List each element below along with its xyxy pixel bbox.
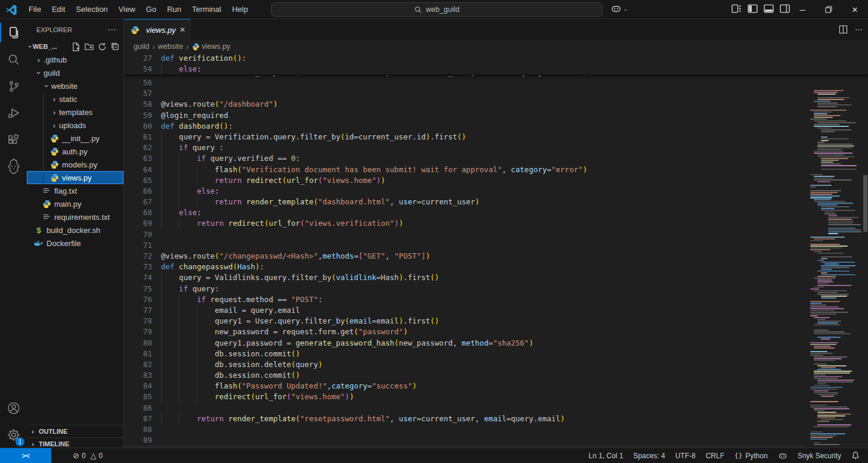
line-number[interactable]: 84 bbox=[124, 381, 152, 391]
line-number[interactable]: 60 bbox=[124, 121, 152, 132]
tree-item-main.py[interactable]: main.py bbox=[27, 197, 123, 210]
status-copilot-status[interactable] bbox=[778, 451, 788, 461]
line-number[interactable]: 89 bbox=[124, 435, 152, 446]
line-number[interactable]: 73 bbox=[124, 262, 152, 272]
menu-item-go[interactable]: Go bbox=[141, 3, 162, 16]
code-line-78[interactable]: 78 query1 = User.query.filter_by(email=e… bbox=[124, 316, 804, 327]
code-line-55[interactable]: 55 return render_template("verification.… bbox=[124, 75, 868, 78]
tab-close-icon[interactable]: ✕ bbox=[179, 26, 185, 34]
tree-item-flag.txt[interactable]: flag.txt bbox=[27, 184, 123, 197]
line-number[interactable]: 74 bbox=[124, 272, 152, 283]
line-number[interactable]: 79 bbox=[124, 327, 152, 337]
code-line-54[interactable]: 54 else: bbox=[124, 64, 868, 74]
new-file-icon[interactable] bbox=[72, 42, 80, 51]
new-folder-icon[interactable] bbox=[85, 42, 94, 51]
tree-item-requirements.txt[interactable]: requirements.txt bbox=[27, 210, 123, 223]
line-number[interactable]: 72 bbox=[124, 251, 152, 262]
tree-item-Dockerfile[interactable]: Dockerfile bbox=[27, 237, 123, 250]
code-line-84[interactable]: 84 flash("Password Updated!",category="s… bbox=[124, 381, 804, 391]
menu-item-run[interactable]: Run bbox=[162, 3, 187, 16]
minimap[interactable] bbox=[809, 87, 861, 448]
line-number[interactable]: 62 bbox=[124, 142, 152, 153]
tree-item-templates[interactable]: ›templates bbox=[27, 105, 123, 119]
code-line-87[interactable]: 87 return render_template("resetpassword… bbox=[124, 414, 804, 424]
line-number[interactable]: 75 bbox=[124, 284, 152, 294]
line-number[interactable]: 27 bbox=[124, 53, 152, 64]
line-number[interactable]: 68 bbox=[124, 207, 152, 218]
breadcrumb-item-guild[interactable]: guild bbox=[134, 42, 149, 51]
close-window-button[interactable]: ✕ bbox=[842, 0, 868, 19]
accounts-icon[interactable] bbox=[0, 394, 27, 421]
menu-item-selection[interactable]: Selection bbox=[70, 3, 113, 16]
breadcrumb-item-views.py[interactable]: views.py bbox=[192, 42, 231, 51]
outline-panel-header[interactable]: ›OUTLINE bbox=[27, 425, 124, 437]
menu-item-file[interactable]: File bbox=[23, 3, 46, 16]
code-line-56[interactable]: 56 bbox=[124, 77, 804, 88]
line-number[interactable]: 63 bbox=[124, 153, 152, 164]
command-center-search[interactable]: web_guild bbox=[271, 2, 603, 17]
code-line-81[interactable]: 81 db.session.commit() bbox=[124, 349, 804, 359]
remote-indicator[interactable]: >< bbox=[0, 448, 51, 463]
line-number[interactable]: 83 bbox=[124, 370, 152, 381]
code-line-79[interactable]: 79 new_password = request.form.get("pass… bbox=[124, 327, 804, 337]
line-number[interactable]: 64 bbox=[124, 164, 152, 175]
snyk-security-icon[interactable] bbox=[0, 153, 27, 180]
line-number[interactable]: 87 bbox=[124, 414, 152, 424]
code-line-82[interactable]: 82 db.session.delete(query) bbox=[124, 359, 804, 370]
status-notifications[interactable] bbox=[851, 451, 860, 460]
tree-item-build_docker.sh[interactable]: $build_docker.sh bbox=[27, 223, 123, 237]
code-line-66[interactable]: 66 else: bbox=[124, 186, 804, 197]
status-eol[interactable]: CRLF bbox=[706, 452, 724, 460]
code-line-77[interactable]: 77 email = query.email bbox=[124, 305, 804, 316]
code-lines[interactable]: 565758@views.route("/dashboard")59@login… bbox=[124, 77, 804, 448]
line-number[interactable]: 56 bbox=[124, 77, 152, 88]
code-line-74[interactable]: 74 query = Validlinks.query.filter_by(va… bbox=[124, 272, 804, 283]
line-number[interactable]: 86 bbox=[124, 403, 152, 414]
line-number[interactable]: 57 bbox=[124, 88, 152, 99]
line-number[interactable]: 80 bbox=[124, 338, 152, 349]
code-line-75[interactable]: 75 if query: bbox=[124, 284, 804, 294]
code-line-64[interactable]: 64 flash("Verification document has been… bbox=[124, 164, 804, 175]
line-number[interactable]: 66 bbox=[124, 186, 152, 197]
settings-gear-icon[interactable]: 1 bbox=[0, 421, 27, 448]
refresh-icon[interactable] bbox=[98, 42, 107, 51]
sidebar-more-icon[interactable]: ⋯ bbox=[107, 24, 116, 35]
code-line-68[interactable]: 68 else: bbox=[124, 207, 804, 218]
code-line-71[interactable]: 71 bbox=[124, 240, 804, 251]
tree-item-.github[interactable]: ›.github bbox=[27, 53, 123, 66]
extensions-icon[interactable] bbox=[0, 126, 27, 153]
tree-item-guild[interactable]: ›guild bbox=[27, 66, 123, 79]
code-line-58[interactable]: 58@views.route("/dashboard") bbox=[124, 99, 804, 110]
code-editor[interactable]: 27def verification():54 else: 55 return … bbox=[124, 53, 868, 448]
scrollbar-thumb[interactable] bbox=[863, 175, 867, 232]
vertical-scrollbar[interactable] bbox=[862, 87, 868, 448]
code-line-57[interactable]: 57 bbox=[124, 88, 804, 99]
code-line-83[interactable]: 83 db.session.commit() bbox=[124, 370, 804, 381]
tree-item-__init__.py[interactable]: __init__.py bbox=[27, 132, 123, 145]
line-number[interactable]: 70 bbox=[124, 229, 152, 240]
status-encoding[interactable]: UTF-8 bbox=[675, 452, 696, 460]
code-line-61[interactable]: 61 query = Verification.query.filter_by(… bbox=[124, 132, 804, 142]
code-line-62[interactable]: 62 if query : bbox=[124, 142, 804, 153]
problems-status[interactable]: ⊘ 0 △ 0 bbox=[73, 451, 103, 460]
line-number[interactable]: 85 bbox=[124, 391, 152, 402]
tree-item-uploads[interactable]: ›uploads bbox=[27, 119, 123, 132]
copilot-menu[interactable]: ⌄ bbox=[610, 3, 628, 14]
tree-item-static[interactable]: ›static bbox=[27, 92, 123, 105]
line-number[interactable]: 88 bbox=[124, 424, 152, 435]
menu-item-edit[interactable]: Edit bbox=[46, 3, 70, 16]
line-number[interactable]: 58 bbox=[124, 99, 152, 110]
sticky-scroll[interactable]: 27def verification():54 else: bbox=[124, 53, 868, 75]
status-language-mode[interactable]: {}Python bbox=[734, 452, 768, 460]
line-number[interactable]: 81 bbox=[124, 349, 152, 359]
search-view-icon[interactable] bbox=[0, 46, 27, 73]
code-line-86[interactable]: 86 bbox=[124, 403, 804, 414]
line-number[interactable]: 78 bbox=[124, 316, 152, 327]
menu-item-view[interactable]: View bbox=[113, 3, 141, 16]
line-number[interactable]: 61 bbox=[124, 132, 152, 142]
line-number[interactable]: 76 bbox=[124, 294, 152, 305]
line-number[interactable]: 54 bbox=[124, 64, 152, 74]
code-line-70[interactable]: 70 bbox=[124, 229, 804, 240]
code-line-89[interactable]: 89 bbox=[124, 435, 804, 446]
menu-item-help[interactable]: Help bbox=[227, 3, 253, 16]
